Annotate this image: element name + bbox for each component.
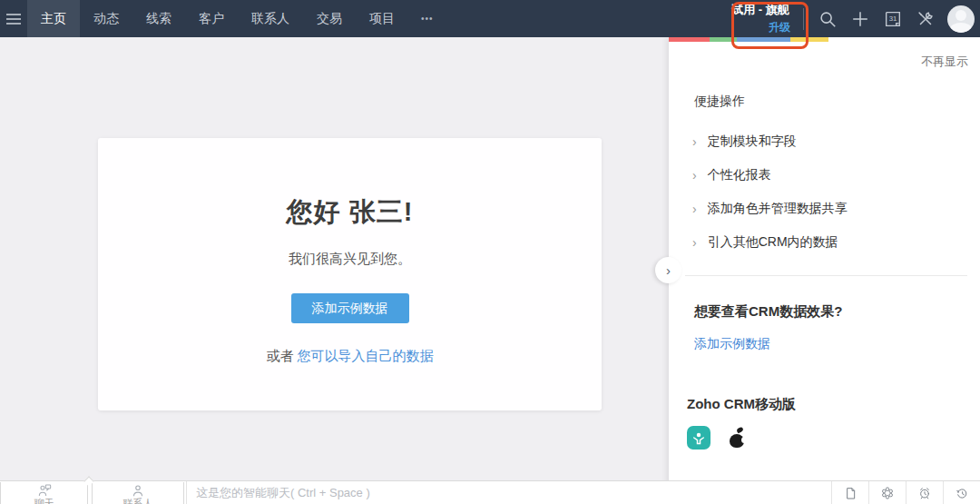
chat-bar-separator — [186, 481, 187, 504]
add-sample-data-link[interactable]: 添加示例数据 — [694, 336, 770, 352]
chevron-right-icon: › — [692, 134, 697, 149]
apple-leaf — [736, 427, 744, 434]
stripe-green — [710, 37, 737, 42]
panel-content: 便捷操作 › 定制模块和字段 › 个性化报表 › 添加角色并管理数据共享 › 引… — [694, 94, 967, 450]
tab-feeds[interactable]: 动态 — [80, 0, 132, 37]
add-sample-data-button[interactable]: 添加示例数据 — [291, 293, 409, 323]
add-record-button[interactable] — [844, 0, 877, 37]
bottom-chat-bar: 聊天 联系人 — [0, 480, 980, 504]
contacts-person-icon — [132, 484, 144, 497]
smart-chat-input[interactable] — [196, 481, 795, 504]
app-store-icons — [687, 426, 967, 450]
chevron-right-icon: › — [692, 235, 697, 250]
calendar-icon: 31 — [883, 9, 903, 29]
mobile-app-section: Zoho CRM移动版 — [687, 396, 967, 450]
quick-action-roles-sharing[interactable]: › 添加角色并管理数据共享 — [694, 192, 967, 225]
sample-data-section: 想要查看CRM数据效果? 添加示例数据 — [694, 303, 967, 352]
navbar-right-group: 试用 - 旗舰 升级 31 — [725, 0, 980, 37]
quick-action-customize-modules[interactable]: › 定制模块和字段 — [694, 124, 967, 158]
tools-icon — [916, 9, 936, 29]
main-content-area: 您好 张三! 我们很高兴见到您。 添加示例数据 或者 您可以导入自己的数据 — [0, 37, 669, 480]
calendar-button[interactable]: 31 — [877, 0, 909, 37]
reminders-button[interactable] — [906, 481, 943, 504]
sample-data-title: 想要查看CRM数据效果? — [694, 303, 967, 321]
zoho-crm-window: 主页 动态 线索 客户 联系人 交易 项目 ••• 试用 - 旗舰 升级 — [0, 0, 980, 504]
tab-projects[interactable]: 项目 — [356, 0, 408, 37]
trial-plan-block[interactable]: 试用 - 旗舰 升级 — [725, 2, 796, 35]
hamburger-icon — [5, 13, 22, 25]
chat-person-icon — [37, 484, 52, 497]
setup-tools-button[interactable] — [909, 0, 942, 37]
quick-action-label: 引入其他CRM内的数据 — [708, 234, 838, 251]
quick-action-label: 个性化报表 — [708, 167, 771, 183]
note-icon — [843, 486, 858, 500]
quick-action-import-crm-data[interactable]: › 引入其他CRM内的数据 — [694, 225, 967, 259]
tab-accounts[interactable]: 客户 — [185, 0, 238, 37]
stripe-yellow — [790, 37, 828, 42]
panel-collapse-handle[interactable]: › — [655, 257, 681, 283]
trial-plan-label: 试用 - 旗舰 — [731, 2, 789, 18]
search-button[interactable] — [811, 0, 844, 37]
plus-icon — [850, 9, 870, 29]
quick-action-label: 定制模块和字段 — [708, 133, 797, 150]
chat-bar-icons — [831, 481, 980, 504]
color-stripe — [669, 37, 980, 42]
android-app-icon[interactable] — [687, 426, 710, 450]
stripe-red — [669, 37, 710, 42]
history-button[interactable] — [943, 481, 980, 504]
tab-leads[interactable]: 线索 — [132, 0, 185, 37]
quick-actions-list: › 定制模块和字段 › 个性化报表 › 添加角色并管理数据共享 › 引入其他CR… — [694, 124, 967, 259]
upgrade-link[interactable]: 升级 — [769, 20, 796, 35]
module-tabs: 主页 动态 线索 客户 联系人 交易 项目 — [27, 0, 408, 37]
chevron-right-icon: › — [692, 202, 697, 216]
welcome-card: 您好 张三! 我们很高兴见到您。 添加示例数据 或者 您可以导入自己的数据 — [98, 138, 602, 410]
tab-contacts[interactable]: 联系人 — [238, 0, 303, 37]
avatar-body — [950, 23, 972, 33]
hamburger-menu-icon[interactable] — [0, 0, 27, 37]
apple-bite — [741, 437, 748, 443]
greeting-title: 您好 张三! — [287, 194, 414, 231]
greeting-subtitle: 我们很高兴见到您。 — [289, 251, 411, 268]
chevron-right-icon: › — [692, 168, 697, 183]
history-clock-icon — [955, 486, 969, 500]
tab-home[interactable]: 主页 — [27, 0, 80, 37]
tab-deals[interactable]: 交易 — [303, 0, 356, 37]
chat-tab-label: 聊天 — [34, 497, 54, 504]
navbar-separator — [803, 8, 804, 30]
quick-actions-title: 便捷操作 — [694, 94, 967, 110]
quick-action-personalized-reports[interactable]: › 个性化报表 — [694, 158, 967, 192]
chat-tab[interactable]: 聊天 — [0, 482, 88, 504]
import-own-data-link[interactable]: 您可以导入自己的数据 — [298, 348, 434, 363]
alarm-clock-icon — [917, 486, 932, 500]
notes-button[interactable] — [831, 481, 868, 504]
avatar-head — [956, 10, 966, 21]
apple-app-store-icon[interactable] — [727, 427, 747, 449]
top-navbar: 主页 动态 线索 客户 联系人 交易 项目 ••• 试用 - 旗舰 升级 — [0, 0, 980, 37]
more-modules-icon[interactable]: ••• — [408, 0, 446, 37]
user-avatar[interactable] — [947, 5, 975, 33]
dismiss-panel-link[interactable]: 不再显示 — [921, 54, 968, 70]
contacts-tab[interactable]: 联系人 — [92, 482, 184, 504]
import-data-line: 或者 您可以导入自己的数据 — [266, 348, 433, 365]
or-text: 或者 — [266, 348, 297, 363]
crm-app-glyph-icon — [691, 430, 707, 446]
svg-text:31: 31 — [889, 15, 897, 23]
panel-divider — [685, 275, 967, 276]
stripe-blue — [737, 37, 790, 42]
quick-action-label: 添加角色并管理数据共享 — [708, 201, 848, 217]
contacts-tab-label: 联系人 — [123, 497, 153, 504]
zia-assistant-button[interactable] — [868, 481, 906, 504]
mobile-app-title: Zoho CRM移动版 — [687, 396, 967, 413]
quick-actions-panel: 不再显示 便捷操作 › 定制模块和字段 › 个性化报表 › 添加角色并管理数据共… — [669, 37, 980, 504]
search-icon — [818, 9, 838, 29]
zia-flower-icon — [880, 486, 895, 500]
